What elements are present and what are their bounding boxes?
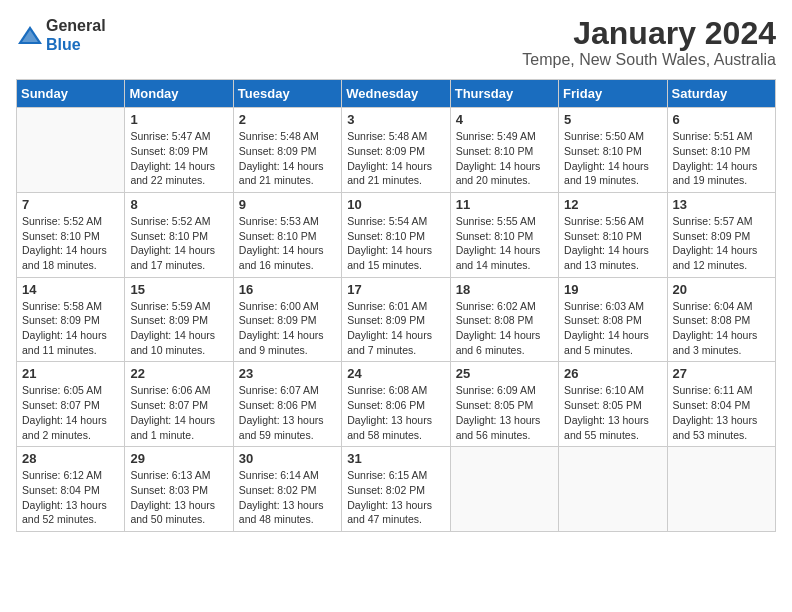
day-info: Sunrise: 6:00 AM Sunset: 8:09 PM Dayligh…	[239, 299, 336, 358]
day-info: Sunrise: 5:55 AM Sunset: 8:10 PM Dayligh…	[456, 214, 553, 273]
day-info: Sunrise: 6:15 AM Sunset: 8:02 PM Dayligh…	[347, 468, 444, 527]
table-row: 2Sunrise: 5:48 AM Sunset: 8:09 PM Daylig…	[233, 108, 341, 193]
day-number: 30	[239, 451, 336, 466]
table-row	[450, 447, 558, 532]
day-info: Sunrise: 5:52 AM Sunset: 8:10 PM Dayligh…	[22, 214, 119, 273]
header-sunday: Sunday	[17, 80, 125, 108]
table-row: 6Sunrise: 5:51 AM Sunset: 8:10 PM Daylig…	[667, 108, 775, 193]
day-info: Sunrise: 5:54 AM Sunset: 8:10 PM Dayligh…	[347, 214, 444, 273]
table-row: 4Sunrise: 5:49 AM Sunset: 8:10 PM Daylig…	[450, 108, 558, 193]
day-number: 2	[239, 112, 336, 127]
table-row: 22Sunrise: 6:06 AM Sunset: 8:07 PM Dayli…	[125, 362, 233, 447]
day-number: 18	[456, 282, 553, 297]
header-saturday: Saturday	[667, 80, 775, 108]
table-row: 19Sunrise: 6:03 AM Sunset: 8:08 PM Dayli…	[559, 277, 667, 362]
title-block: January 2024 Tempe, New South Wales, Aus…	[522, 16, 776, 69]
day-number: 15	[130, 282, 227, 297]
header-thursday: Thursday	[450, 80, 558, 108]
day-number: 27	[673, 366, 770, 381]
day-info: Sunrise: 6:02 AM Sunset: 8:08 PM Dayligh…	[456, 299, 553, 358]
page-header: General Blue January 2024 Tempe, New Sou…	[16, 16, 776, 69]
table-row: 5Sunrise: 5:50 AM Sunset: 8:10 PM Daylig…	[559, 108, 667, 193]
day-number: 11	[456, 197, 553, 212]
calendar-header-row: Sunday Monday Tuesday Wednesday Thursday…	[17, 80, 776, 108]
day-info: Sunrise: 5:53 AM Sunset: 8:10 PM Dayligh…	[239, 214, 336, 273]
day-info: Sunrise: 5:48 AM Sunset: 8:09 PM Dayligh…	[239, 129, 336, 188]
day-info: Sunrise: 6:10 AM Sunset: 8:05 PM Dayligh…	[564, 383, 661, 442]
day-info: Sunrise: 6:04 AM Sunset: 8:08 PM Dayligh…	[673, 299, 770, 358]
day-number: 29	[130, 451, 227, 466]
page-subtitle: Tempe, New South Wales, Australia	[522, 51, 776, 69]
calendar-week-row: 1Sunrise: 5:47 AM Sunset: 8:09 PM Daylig…	[17, 108, 776, 193]
day-info: Sunrise: 6:08 AM Sunset: 8:06 PM Dayligh…	[347, 383, 444, 442]
logo-general-text: General	[46, 16, 106, 35]
table-row: 28Sunrise: 6:12 AM Sunset: 8:04 PM Dayli…	[17, 447, 125, 532]
table-row: 14Sunrise: 5:58 AM Sunset: 8:09 PM Dayli…	[17, 277, 125, 362]
day-info: Sunrise: 5:50 AM Sunset: 8:10 PM Dayligh…	[564, 129, 661, 188]
day-info: Sunrise: 5:52 AM Sunset: 8:10 PM Dayligh…	[130, 214, 227, 273]
logo: General Blue	[16, 16, 106, 54]
table-row: 11Sunrise: 5:55 AM Sunset: 8:10 PM Dayli…	[450, 192, 558, 277]
day-number: 26	[564, 366, 661, 381]
table-row: 7Sunrise: 5:52 AM Sunset: 8:10 PM Daylig…	[17, 192, 125, 277]
day-number: 28	[22, 451, 119, 466]
day-number: 16	[239, 282, 336, 297]
table-row: 8Sunrise: 5:52 AM Sunset: 8:10 PM Daylig…	[125, 192, 233, 277]
table-row: 31Sunrise: 6:15 AM Sunset: 8:02 PM Dayli…	[342, 447, 450, 532]
header-friday: Friday	[559, 80, 667, 108]
calendar-table: Sunday Monday Tuesday Wednesday Thursday…	[16, 79, 776, 532]
table-row: 29Sunrise: 6:13 AM Sunset: 8:03 PM Dayli…	[125, 447, 233, 532]
table-row: 20Sunrise: 6:04 AM Sunset: 8:08 PM Dayli…	[667, 277, 775, 362]
day-info: Sunrise: 6:09 AM Sunset: 8:05 PM Dayligh…	[456, 383, 553, 442]
day-info: Sunrise: 6:14 AM Sunset: 8:02 PM Dayligh…	[239, 468, 336, 527]
table-row: 12Sunrise: 5:56 AM Sunset: 8:10 PM Dayli…	[559, 192, 667, 277]
table-row	[559, 447, 667, 532]
table-row: 3Sunrise: 5:48 AM Sunset: 8:09 PM Daylig…	[342, 108, 450, 193]
day-number: 9	[239, 197, 336, 212]
day-info: Sunrise: 6:01 AM Sunset: 8:09 PM Dayligh…	[347, 299, 444, 358]
day-number: 12	[564, 197, 661, 212]
day-info: Sunrise: 5:51 AM Sunset: 8:10 PM Dayligh…	[673, 129, 770, 188]
table-row: 15Sunrise: 5:59 AM Sunset: 8:09 PM Dayli…	[125, 277, 233, 362]
day-info: Sunrise: 5:59 AM Sunset: 8:09 PM Dayligh…	[130, 299, 227, 358]
calendar-week-row: 28Sunrise: 6:12 AM Sunset: 8:04 PM Dayli…	[17, 447, 776, 532]
table-row: 23Sunrise: 6:07 AM Sunset: 8:06 PM Dayli…	[233, 362, 341, 447]
day-info: Sunrise: 6:03 AM Sunset: 8:08 PM Dayligh…	[564, 299, 661, 358]
table-row	[667, 447, 775, 532]
table-row: 18Sunrise: 6:02 AM Sunset: 8:08 PM Dayli…	[450, 277, 558, 362]
table-row: 10Sunrise: 5:54 AM Sunset: 8:10 PM Dayli…	[342, 192, 450, 277]
day-number: 24	[347, 366, 444, 381]
day-number: 1	[130, 112, 227, 127]
day-number: 19	[564, 282, 661, 297]
header-monday: Monday	[125, 80, 233, 108]
logo-blue-text: Blue	[46, 35, 106, 54]
day-number: 4	[456, 112, 553, 127]
calendar-week-row: 21Sunrise: 6:05 AM Sunset: 8:07 PM Dayli…	[17, 362, 776, 447]
day-info: Sunrise: 5:49 AM Sunset: 8:10 PM Dayligh…	[456, 129, 553, 188]
table-row: 30Sunrise: 6:14 AM Sunset: 8:02 PM Dayli…	[233, 447, 341, 532]
table-row: 21Sunrise: 6:05 AM Sunset: 8:07 PM Dayli…	[17, 362, 125, 447]
day-number: 10	[347, 197, 444, 212]
day-info: Sunrise: 6:06 AM Sunset: 8:07 PM Dayligh…	[130, 383, 227, 442]
calendar-week-row: 14Sunrise: 5:58 AM Sunset: 8:09 PM Dayli…	[17, 277, 776, 362]
table-row: 24Sunrise: 6:08 AM Sunset: 8:06 PM Dayli…	[342, 362, 450, 447]
header-wednesday: Wednesday	[342, 80, 450, 108]
table-row: 25Sunrise: 6:09 AM Sunset: 8:05 PM Dayli…	[450, 362, 558, 447]
day-number: 25	[456, 366, 553, 381]
day-number: 31	[347, 451, 444, 466]
table-row: 13Sunrise: 5:57 AM Sunset: 8:09 PM Dayli…	[667, 192, 775, 277]
day-number: 6	[673, 112, 770, 127]
day-number: 14	[22, 282, 119, 297]
day-number: 20	[673, 282, 770, 297]
day-info: Sunrise: 5:48 AM Sunset: 8:09 PM Dayligh…	[347, 129, 444, 188]
table-row: 26Sunrise: 6:10 AM Sunset: 8:05 PM Dayli…	[559, 362, 667, 447]
day-info: Sunrise: 6:13 AM Sunset: 8:03 PM Dayligh…	[130, 468, 227, 527]
table-row: 17Sunrise: 6:01 AM Sunset: 8:09 PM Dayli…	[342, 277, 450, 362]
day-number: 8	[130, 197, 227, 212]
day-number: 7	[22, 197, 119, 212]
day-info: Sunrise: 5:56 AM Sunset: 8:10 PM Dayligh…	[564, 214, 661, 273]
page-title: January 2024	[522, 16, 776, 51]
table-row: 16Sunrise: 6:00 AM Sunset: 8:09 PM Dayli…	[233, 277, 341, 362]
day-number: 22	[130, 366, 227, 381]
day-info: Sunrise: 5:47 AM Sunset: 8:09 PM Dayligh…	[130, 129, 227, 188]
